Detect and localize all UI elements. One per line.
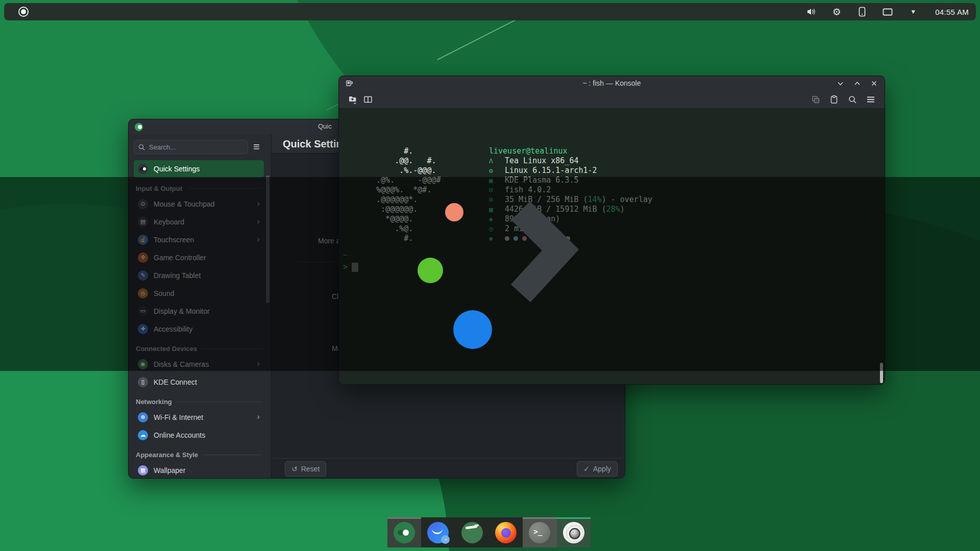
sidebar-item-label: Quick Settings: [154, 165, 200, 173]
sidebar-item-accessibility[interactable]: ✚ Accessibility: [134, 320, 264, 338]
sidebar-item-mouse-touchpad[interactable]: ⊙ Mouse & Touchpad ›: [134, 195, 264, 213]
volume-icon[interactable]: [805, 6, 817, 17]
launcher-icon[interactable]: [18, 7, 29, 17]
packages-icon: ◈: [489, 214, 505, 224]
dock-item-screen-recorder[interactable]: [557, 517, 591, 547]
sidebar-item-game-controller[interactable]: ✜ Game Controller: [134, 248, 264, 266]
sidebar-item-wallpaper[interactable]: ▦ Wallpaper: [134, 461, 264, 479]
dock: [387, 517, 591, 547]
terminal-cursor: [352, 263, 358, 272]
settings-sidebar: ≡ Quick Settings Input & Output ⊙ Mouse …: [129, 135, 272, 479]
tablet-icon: ✎: [138, 270, 148, 281]
keyboard-icon: ▤: [138, 217, 148, 227]
apply-button[interactable]: ✓ Apply: [577, 461, 618, 477]
konsole-titlebar[interactable]: ~ : fish — Konsole: [339, 76, 885, 90]
konsole-window-title: ~ : fish — Konsole: [339, 79, 885, 87]
phone-icon: ▯: [138, 377, 148, 387]
terminal-color-dots: [505, 236, 570, 241]
menu-icon[interactable]: [863, 93, 878, 106]
dock-item-discover[interactable]: [421, 517, 455, 547]
cloud-icon: ☁: [138, 430, 148, 440]
expand-chevron-icon[interactable]: ▼: [908, 6, 919, 17]
sidebar-item-wifi-internet[interactable]: ⊕ Wi-Fi & Internet ›: [134, 408, 264, 426]
split-view-icon[interactable]: [360, 93, 376, 106]
search-icon[interactable]: [845, 93, 860, 106]
settings-nav-list: Quick Settings Input & Output ⊙ Mouse & …: [129, 158, 271, 479]
dock-item-terminal[interactable]: [523, 517, 556, 547]
chevron-right-icon: ›: [257, 359, 260, 369]
sidebar-section-connected-devices: Connected Devices: [134, 342, 264, 355]
shell-icon: ⊡: [489, 185, 505, 195]
kernel-icon: ⚙: [489, 166, 505, 176]
fastfetch-output: liveuser@tealinux ΛTea Linux x86_64 ⚙Lin…: [489, 146, 652, 243]
sidebar-scrollbar[interactable]: [266, 176, 270, 303]
phone-icon[interactable]: [856, 6, 868, 17]
sidebar-item-disks-cameras[interactable]: ◉ Disks & Cameras ›: [134, 355, 264, 373]
sidebar-item-sound[interactable]: ◎ Sound: [134, 284, 264, 302]
chevron-right-icon: ›: [257, 412, 260, 422]
chevron-right-icon: ›: [257, 216, 260, 227]
file-manager-icon: [461, 522, 483, 543]
mouse-icon: ⊙: [138, 199, 148, 209]
sidebar-item-keyboard[interactable]: ▤ Keyboard ›: [134, 213, 264, 231]
ascii-logo: #. .@@. #. .%.-@@@. .@%. -@@@# %@@@%. *@…: [367, 146, 441, 243]
content-text-fragment: More a: [318, 237, 340, 245]
dock-item-firefox[interactable]: [489, 517, 523, 547]
user-host: liveuser@tealinux: [489, 146, 568, 156]
dock-item-system-settings[interactable]: [387, 517, 421, 547]
desktop: Quic ≡ Quick Settings Input: [0, 0, 980, 551]
sidebar-item-drawing-tablet[interactable]: ✎ Drawing Tablet: [134, 266, 264, 284]
sidebar-section-input-output: Input & Output: [134, 182, 264, 195]
sidebar-item-kde-connect[interactable]: ▯ KDE Connect: [134, 373, 264, 391]
touchscreen-icon: ☝: [138, 235, 148, 245]
top-panel: ⚙ ▼ 04:55 AM: [4, 3, 976, 20]
search-box[interactable]: [134, 140, 248, 154]
sidebar-menu-icon[interactable]: ≡: [252, 141, 261, 153]
sidebar-item-touchscreen[interactable]: ☝ Touchscreen ›: [134, 231, 264, 248]
uptime-icon: ◷: [489, 224, 505, 234]
screen-recorder-icon: [563, 522, 584, 543]
sidebar-section-networking: Networking: [134, 395, 264, 408]
sidebar-section-appearance-style: Appearance & Style: [134, 448, 264, 461]
settings-bottom-bar: ↺ Reset ✓ Apply: [272, 458, 625, 479]
desktop-icon: ▣: [489, 176, 505, 185]
settings-gear-icon[interactable]: ⚙: [831, 6, 842, 17]
sidebar-item-online-accounts[interactable]: ☁ Online Accounts: [134, 426, 264, 444]
paste-icon[interactable]: [826, 93, 842, 106]
panel-clock[interactable]: 04:55 AM: [935, 8, 969, 16]
settings-window-title: Quic: [318, 122, 332, 130]
konsole-app-icon: [345, 79, 353, 87]
memory-icon: ▦: [489, 205, 505, 214]
terminal-viewport[interactable]: #. .@@. #. .%.-@@@. .@%. -@@@# %@@@%. *@…: [339, 109, 885, 384]
dock-item-file-manager[interactable]: [455, 517, 489, 547]
search-input[interactable]: [148, 143, 235, 152]
disk-icon: ⊟: [489, 195, 505, 205]
konsole-window: ~ : fish — Konsole: [338, 76, 885, 385]
chevron-right-icon: ›: [257, 234, 260, 244]
copy-icon[interactable]: [808, 93, 823, 106]
globe-icon: ⊕: [138, 412, 148, 422]
minimize-button[interactable]: [837, 80, 844, 87]
terminal-icon: [529, 522, 550, 543]
check-icon: ✓: [583, 465, 590, 473]
terminal-scrollbar[interactable]: [880, 363, 883, 383]
display-icon[interactable]: [882, 6, 893, 17]
sidebar-item-quick-settings[interactable]: Quick Settings: [134, 160, 264, 178]
wallpaper-icon: ▦: [138, 465, 148, 475]
prompt-cwd: ~: [343, 251, 358, 260]
sound-icon: ◎: [138, 288, 148, 298]
os-icon: Λ: [489, 156, 505, 166]
undo-icon: ↺: [291, 465, 298, 473]
firefox-icon: [495, 522, 517, 543]
gamepad-icon: ✜: [138, 253, 148, 263]
system-settings-icon: [394, 522, 415, 543]
search-icon: [138, 144, 145, 151]
system-tray: ⚙ ▼ 04:55 AM: [805, 6, 969, 17]
close-button[interactable]: [871, 80, 877, 87]
prompt-symbol: >: [343, 262, 348, 272]
sidebar-item-display-monitor[interactable]: ▭ Display & Monitor: [134, 302, 264, 320]
maximize-button[interactable]: [854, 80, 861, 87]
reset-button[interactable]: ↺ Reset: [285, 461, 326, 477]
palette-icon: ✱: [489, 234, 505, 243]
new-tab-icon[interactable]: [345, 93, 360, 106]
